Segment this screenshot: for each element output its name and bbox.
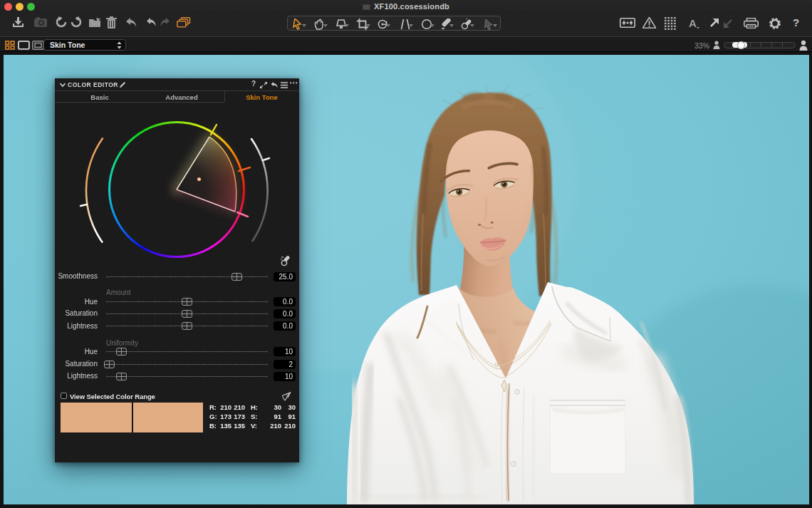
svg-text:A: A bbox=[689, 18, 697, 29]
